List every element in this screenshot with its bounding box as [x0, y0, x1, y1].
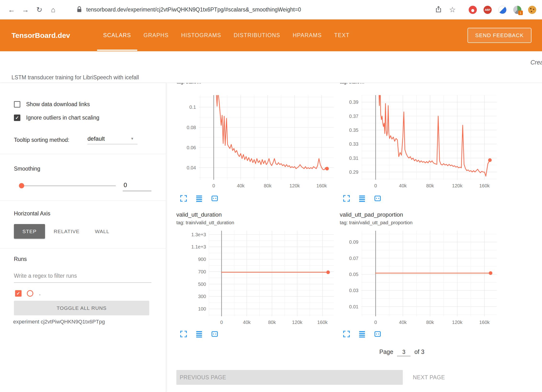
run-color-swatch: [27, 290, 33, 297]
fit-domain-icon[interactable]: [211, 195, 218, 202]
browser-toolbar: ← → ↻ ⌂ tensorboard.dev/experiment/cj2vt…: [0, 0, 542, 19]
svg-text:80k: 80k: [426, 320, 434, 325]
data-lines-icon[interactable]: [358, 330, 366, 338]
data-lines-icon[interactable]: [358, 195, 366, 202]
fullscreen-icon[interactable]: [343, 330, 350, 338]
tooltip-sorting-value: default: [87, 135, 105, 142]
home-icon[interactable]: ⌂: [48, 6, 58, 14]
adblock-extension-icon[interactable]: [469, 6, 477, 14]
divider: [0, 201, 166, 201]
svg-text:0.37: 0.37: [349, 114, 358, 119]
svg-text:40k: 40k: [237, 183, 245, 188]
step-button[interactable]: STEP: [14, 224, 45, 239]
svg-text:120k: 120k: [452, 320, 463, 325]
slider-thumb[interactable]: [19, 183, 24, 188]
forward-icon[interactable]: →: [20, 6, 31, 14]
chart-title: valid_utt_pad_proportion: [340, 211, 488, 218]
chart-header: valid_utt_pad_proportion tag: train/vali…: [340, 211, 488, 225]
checkbox-label: Ignore outliers in chart scaling: [26, 115, 99, 121]
experiment-title: LSTM transducer training for LibriSpeech…: [12, 74, 139, 81]
run-row[interactable]: ✓ .: [15, 289, 41, 298]
horizontal-axis-label: Horizontal Axis: [14, 210, 50, 217]
chart-toolbar: [180, 195, 218, 202]
tab-text[interactable]: TEXT: [328, 19, 356, 51]
page-label: Page: [379, 348, 393, 355]
lock-icon: [76, 6, 83, 14]
relative-button[interactable]: RELATIVE: [54, 229, 80, 234]
svg-text:0.09: 0.09: [349, 239, 358, 245]
svg-text:160k: 160k: [479, 320, 490, 325]
cookie-extension-icon[interactable]: [528, 6, 536, 14]
svg-text:0.1: 0.1: [189, 104, 196, 110]
colorful-extension-icon[interactable]: 1: [513, 6, 521, 14]
abp-extension-icon[interactable]: ABP: [484, 6, 492, 14]
svg-text:160k: 160k: [479, 183, 490, 188]
tab-histograms[interactable]: HISTOGRAMS: [175, 19, 227, 51]
svg-text:160k: 160k: [317, 320, 328, 325]
show-download-links-checkbox[interactable]: Show data download links: [14, 101, 90, 108]
smoothing-slider[interactable]: [19, 182, 116, 189]
clipped-chart-tag: tag: train/…: [340, 83, 440, 86]
run-name: .: [39, 290, 41, 297]
svg-text:80k: 80k: [426, 183, 434, 188]
svg-text:40k: 40k: [399, 320, 407, 325]
chart-valid-utt-duration[interactable]: 040k80k120k160k1003005007009001.1e+31.3e…: [187, 231, 335, 327]
run-checkbox-icon[interactable]: ✓: [15, 290, 22, 297]
tab-scalars[interactable]: SCALARS: [97, 19, 137, 51]
data-lines-icon[interactable]: [196, 195, 203, 202]
svg-text:120k: 120k: [289, 183, 300, 188]
chart-tag: tag: train/valid_utt_pad_proportion: [340, 220, 488, 225]
fullscreen-icon[interactable]: [180, 195, 187, 202]
runs-filter-input[interactable]: [14, 269, 151, 283]
back-icon[interactable]: ←: [6, 6, 17, 14]
page-number-input[interactable]: [397, 348, 410, 356]
svg-text:300: 300: [198, 294, 206, 299]
svg-text:900: 900: [198, 257, 206, 262]
chart-valid-utt-pad-proportion[interactable]: 040k80k120k160k0.010.030.050.070.09: [340, 231, 498, 327]
chart-toolbar: [343, 195, 381, 202]
wall-button[interactable]: WALL: [95, 229, 109, 234]
svg-text:0.06: 0.06: [187, 145, 196, 150]
blue-extension-icon[interactable]: [498, 6, 507, 14]
chart-tag: tag: train/valid_utt_duration: [176, 220, 325, 225]
page-of-label: of 3: [414, 348, 424, 355]
chart-title: valid_utt_duration: [176, 211, 325, 218]
address-bar[interactable]: tensorboard.dev/experiment/cj2vtPiwQHKN9…: [76, 6, 301, 14]
tooltip-sorting-select[interactable]: default ▾: [87, 133, 138, 144]
bookmark-star-icon[interactable]: ☆: [449, 5, 456, 14]
tab-graphs[interactable]: GRAPHS: [137, 19, 175, 51]
svg-text:1.3e+3: 1.3e+3: [191, 232, 206, 237]
chart-toolbar: [343, 330, 381, 338]
fit-domain-icon[interactable]: [374, 195, 381, 202]
fit-domain-icon[interactable]: [374, 330, 381, 338]
tab-hparams[interactable]: HPARAMS: [287, 19, 328, 51]
svg-text:0: 0: [220, 320, 223, 325]
ignore-outliers-checkbox[interactable]: ✓ Ignore outliers in chart scaling: [14, 115, 99, 121]
chart-top-left[interactable]: 040k80k120k160k0.040.060.080.1: [177, 95, 335, 191]
share-icon[interactable]: [435, 6, 442, 14]
svg-text:40k: 40k: [399, 183, 407, 188]
checkbox-unchecked-icon: [14, 101, 20, 108]
svg-text:120k: 120k: [292, 320, 303, 325]
svg-text:0.39: 0.39: [349, 99, 358, 105]
chart-top-right[interactable]: 040k80k120k160k0.290.310.330.350.370.39: [340, 95, 498, 191]
send-feedback-button[interactable]: SEND FEEDBACK: [467, 28, 531, 43]
toggle-all-runs-button[interactable]: TOGGLE ALL RUNS: [14, 301, 149, 315]
fullscreen-icon[interactable]: [343, 195, 350, 202]
fullscreen-icon[interactable]: [180, 330, 187, 338]
smoothing-value-input[interactable]: [123, 179, 151, 191]
reload-icon[interactable]: ↻: [34, 6, 45, 14]
pagination: Page of 3: [379, 348, 424, 356]
fit-domain-icon[interactable]: [211, 330, 218, 338]
data-lines-icon[interactable]: [196, 330, 203, 338]
svg-text:80k: 80k: [264, 183, 272, 188]
tab-distributions[interactable]: DISTRIBUTIONS: [227, 19, 287, 51]
previous-page-button[interactable]: PREVIOUS PAGE: [176, 370, 403, 385]
next-page-button[interactable]: NEXT PAGE: [411, 370, 446, 385]
svg-text:0.31: 0.31: [349, 156, 358, 161]
svg-text:0.03: 0.03: [349, 288, 358, 293]
svg-text:0: 0: [212, 183, 215, 188]
chart-toolbar: [180, 330, 218, 338]
svg-text:0.05: 0.05: [349, 272, 358, 277]
nav-tabs: SCALARS GRAPHS HISTOGRAMS DISTRIBUTIONS …: [97, 19, 356, 51]
